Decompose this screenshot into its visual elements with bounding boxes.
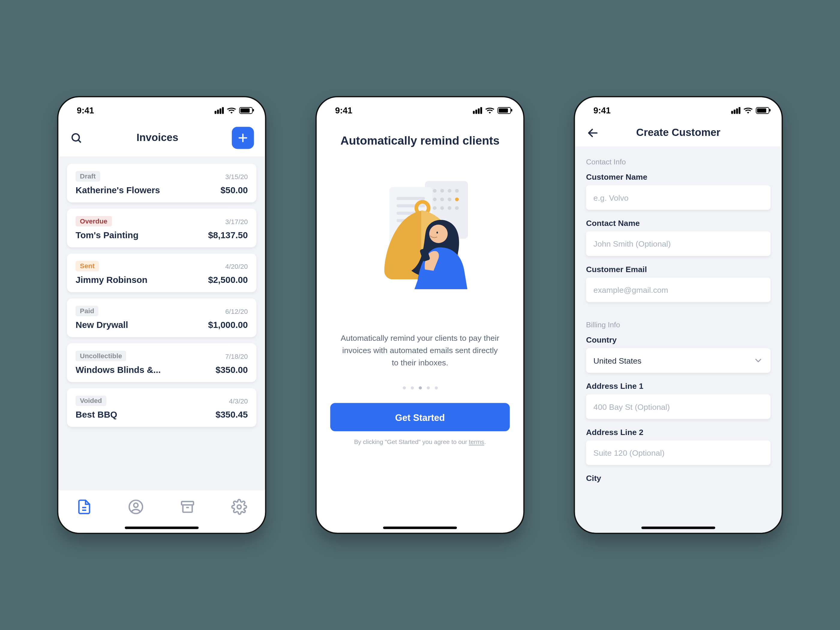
customer-form[interactable]: Contact Info Customer Name Contact Name … bbox=[575, 147, 782, 532]
page-dot[interactable] bbox=[403, 387, 406, 390]
invoice-date: 3/15/20 bbox=[225, 172, 248, 180]
invoice-vendor: New Drywall bbox=[76, 320, 128, 330]
svg-point-16 bbox=[433, 197, 436, 201]
invoice-date: 7/18/20 bbox=[225, 352, 248, 360]
home-indicator bbox=[383, 526, 457, 529]
invoice-card[interactable]: Voided4/3/20Best BBQ$350.45 bbox=[67, 388, 256, 427]
gear-icon bbox=[231, 499, 247, 515]
invoice-vendor: Katherine's Flowers bbox=[76, 185, 160, 195]
arrow-left-icon bbox=[587, 127, 599, 139]
tab-bar bbox=[58, 489, 265, 533]
input-customer-email[interactable] bbox=[586, 278, 771, 302]
label-customer-name: Customer Name bbox=[586, 172, 771, 182]
invoice-amount: $2,500.00 bbox=[208, 275, 248, 285]
invoice-status-pill: Sent bbox=[76, 261, 99, 272]
svg-point-13 bbox=[441, 189, 444, 193]
invoice-card[interactable]: Overdue3/17/20Tom's Painting$8,137.50 bbox=[67, 208, 256, 247]
svg-point-0 bbox=[72, 134, 79, 141]
input-address-2[interactable] bbox=[586, 441, 771, 465]
home-indicator bbox=[125, 526, 199, 529]
archive-icon bbox=[179, 499, 195, 515]
signal-icon bbox=[731, 107, 741, 114]
get-started-label: Get Started bbox=[395, 412, 445, 423]
page-dot[interactable] bbox=[418, 387, 422, 390]
svg-point-10 bbox=[237, 505, 241, 509]
back-button[interactable] bbox=[586, 126, 600, 140]
search-button[interactable] bbox=[69, 131, 83, 145]
svg-point-15 bbox=[455, 189, 459, 193]
terms-link[interactable]: terms bbox=[469, 439, 484, 446]
page-dots bbox=[317, 387, 524, 390]
search-icon bbox=[70, 132, 82, 144]
input-address-1[interactable] bbox=[586, 394, 771, 419]
page-title: Invoices bbox=[136, 132, 178, 144]
wifi-icon bbox=[485, 107, 494, 114]
svg-point-20 bbox=[433, 206, 436, 210]
battery-icon bbox=[756, 107, 769, 114]
invoice-amount: $350.45 bbox=[216, 410, 248, 420]
label-address-1: Address Line 1 bbox=[586, 381, 771, 391]
svg-point-23 bbox=[455, 206, 459, 210]
svg-point-18 bbox=[448, 197, 451, 201]
section-contact-info: Contact Info bbox=[586, 158, 771, 166]
document-icon bbox=[76, 499, 92, 515]
svg-point-31 bbox=[436, 232, 438, 234]
page-dot[interactable] bbox=[434, 387, 437, 390]
invoice-status-pill: Uncollectible bbox=[76, 351, 126, 361]
page-dot[interactable] bbox=[426, 387, 429, 390]
home-indicator bbox=[641, 526, 715, 529]
invoice-amount: $50.00 bbox=[221, 185, 248, 195]
invoice-amount: $1,000.00 bbox=[208, 320, 248, 330]
page-title: Create Customer bbox=[636, 127, 721, 139]
terms-text: By clicking "Get Started" you agree to o… bbox=[317, 439, 524, 446]
tab-settings[interactable] bbox=[231, 499, 247, 515]
svg-point-7 bbox=[134, 503, 138, 507]
svg-line-1 bbox=[78, 140, 81, 142]
input-customer-name[interactable] bbox=[586, 185, 771, 210]
wifi-icon bbox=[744, 107, 753, 114]
svg-point-14 bbox=[448, 189, 451, 193]
page-dot[interactable] bbox=[411, 387, 414, 390]
invoice-status-pill: Draft bbox=[76, 171, 100, 182]
signal-icon bbox=[473, 107, 482, 114]
tab-invoices[interactable] bbox=[76, 499, 92, 515]
invoice-amount: $350.00 bbox=[216, 365, 248, 375]
invoice-card[interactable]: Sent4/20/20Jimmy Robinson$2,500.00 bbox=[67, 254, 256, 292]
wifi-icon bbox=[227, 107, 236, 114]
invoice-vendor: Best BBQ bbox=[76, 410, 117, 420]
svg-point-22 bbox=[448, 206, 451, 210]
invoice-card[interactable]: Draft3/15/20Katherine's Flowers$50.00 bbox=[67, 164, 256, 202]
svg-rect-26 bbox=[396, 204, 425, 207]
status-bar: 9:41 bbox=[58, 97, 265, 118]
svg-point-21 bbox=[441, 206, 444, 210]
tab-archive[interactable] bbox=[179, 499, 195, 515]
status-bar: 9:41 bbox=[317, 97, 524, 118]
select-country[interactable] bbox=[586, 348, 771, 373]
input-contact-name[interactable] bbox=[586, 231, 771, 256]
invoice-vendor: Tom's Painting bbox=[76, 230, 139, 240]
invoice-vendor: Windows Blinds &... bbox=[76, 365, 161, 375]
invoice-card[interactable]: Paid6/12/20New Drywall$1,000.00 bbox=[67, 298, 256, 337]
invoice-status-pill: Overdue bbox=[76, 216, 112, 226]
label-customer-email: Customer Email bbox=[586, 265, 771, 274]
label-city: City bbox=[586, 474, 771, 483]
tab-customers[interactable] bbox=[128, 499, 144, 515]
svg-point-17 bbox=[441, 197, 444, 201]
svg-rect-8 bbox=[182, 502, 194, 505]
battery-icon bbox=[497, 107, 511, 114]
invoice-date: 4/20/20 bbox=[225, 262, 248, 270]
svg-point-30 bbox=[429, 225, 448, 243]
invoice-card[interactable]: Uncollectible7/18/20Windows Blinds &...$… bbox=[67, 343, 256, 382]
status-time: 9:41 bbox=[335, 105, 352, 115]
get-started-button[interactable]: Get Started bbox=[330, 403, 510, 431]
invoice-date: 3/17/20 bbox=[225, 218, 248, 225]
invoice-list[interactable]: Draft3/15/20Katherine's Flowers$50.00Ove… bbox=[58, 156, 265, 533]
onboarding-title: Automatically remind clients bbox=[317, 134, 524, 148]
invoice-date: 4/3/20 bbox=[229, 397, 248, 405]
signal-icon bbox=[215, 107, 224, 114]
phone-create-customer: 9:41 Create Customer Contact Info Custom… bbox=[574, 96, 783, 534]
add-invoice-button[interactable] bbox=[232, 127, 254, 149]
screen-header: Create Customer bbox=[575, 118, 782, 147]
status-time: 9:41 bbox=[77, 105, 94, 115]
label-country: Country bbox=[586, 335, 771, 345]
